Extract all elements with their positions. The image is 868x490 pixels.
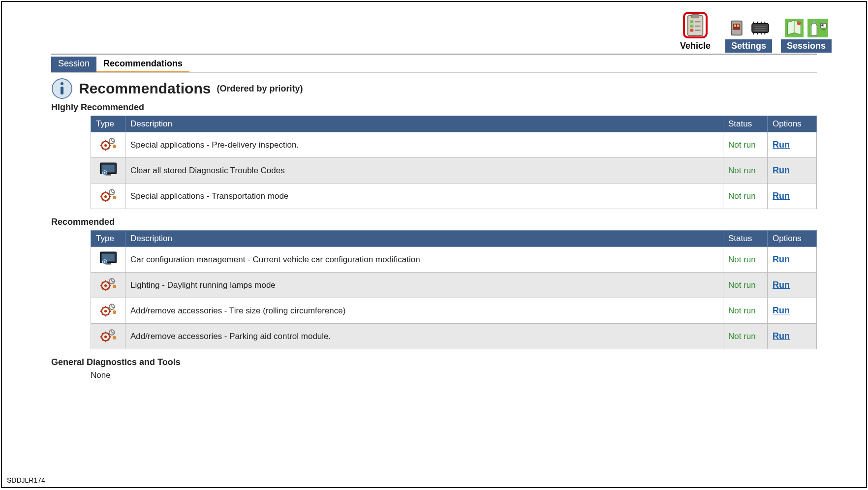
col-header-description: Description <box>125 231 723 247</box>
vehicle-clipboard-icon[interactable] <box>683 12 708 38</box>
top-toolbar: Vehicle Settings Sessions <box>22 12 846 53</box>
gears-icon <box>99 328 117 342</box>
gears-icon <box>99 276 117 291</box>
cell-options: Run <box>768 132 817 158</box>
col-header-type: Type <box>91 231 125 247</box>
cell-type <box>91 158 125 184</box>
subtab-session[interactable]: Session <box>51 57 96 72</box>
cell-description: Lighting - Daylight running lamps mode <box>125 273 723 298</box>
cell-options: Run <box>768 273 817 298</box>
run-link[interactable]: Run <box>773 331 790 341</box>
cell-status: Not run <box>723 298 768 324</box>
sessions-book-icon[interactable] <box>784 18 805 38</box>
cell-type <box>91 298 125 324</box>
cell-status: Not run <box>723 158 768 184</box>
subtab-recommendations[interactable]: Recommendations <box>96 57 189 72</box>
tab-settings[interactable]: Settings <box>725 39 772 53</box>
col-header-description: Description <box>125 116 723 132</box>
cell-status: Not run <box>723 247 768 273</box>
table-row: Clear all stored Diagnostic Trouble Code… <box>91 158 817 184</box>
cell-status: Not run <box>723 324 768 349</box>
cell-status: Not run <box>723 273 768 298</box>
cell-description: Car configuration management - Current v… <box>125 247 723 273</box>
table-row: Lighting - Daylight running lamps modeNo… <box>91 273 817 298</box>
col-header-type: Type <box>91 116 125 132</box>
sessions-spray-icon[interactable] <box>807 18 828 38</box>
section-heading-general: General Diagnostics and Tools <box>51 357 817 368</box>
page-heading: Recommendations (Ordered by priority) <box>51 78 817 99</box>
table-row: Add/remove accessories - Tire size (roll… <box>91 298 817 324</box>
cell-description: Clear all stored Diagnostic Trouble Code… <box>125 158 723 184</box>
tab-sessions[interactable]: Sessions <box>781 39 832 53</box>
section-heading-recommended: Recommended <box>51 217 817 227</box>
cell-description: Special applications - Transportation mo… <box>125 184 723 209</box>
col-header-status: Status <box>723 231 768 247</box>
table-row: Special applications - Pre-delivery insp… <box>91 132 817 158</box>
settings-watch-icon[interactable] <box>726 18 747 38</box>
monitor-icon <box>99 251 117 266</box>
cell-type <box>91 273 125 298</box>
run-link[interactable]: Run <box>773 306 790 315</box>
info-icon <box>51 78 73 99</box>
page-title: Recommendations <box>79 80 211 97</box>
page-subtitle: (Ordered by priority) <box>217 84 303 94</box>
col-header-options: Options <box>768 231 817 247</box>
cell-type <box>91 184 125 209</box>
table-row: Car configuration management - Current v… <box>91 247 817 273</box>
toolbar-divider <box>51 54 817 55</box>
cell-type <box>91 132 125 158</box>
cell-type <box>91 324 125 349</box>
gears-icon <box>99 187 117 202</box>
table-row: Add/remove accessories - Parking aid con… <box>91 324 817 349</box>
section-heading-highly: Highly Recommended <box>51 102 817 113</box>
general-none-text: None <box>91 370 817 380</box>
table-recommended: Type Description Status Options Car conf… <box>91 230 817 349</box>
cell-options: Run <box>768 184 817 209</box>
col-header-status: Status <box>723 116 768 132</box>
col-header-options: Options <box>768 116 817 132</box>
gears-icon <box>99 136 117 151</box>
cell-description: Add/remove accessories - Tire size (roll… <box>125 298 723 324</box>
cell-type <box>91 247 125 273</box>
sub-tab-bar: Session Recommendations <box>51 57 817 73</box>
cell-options: Run <box>768 298 817 324</box>
run-link[interactable]: Run <box>773 254 790 264</box>
cell-description: Special applications - Pre-delivery insp… <box>125 132 723 158</box>
cell-options: Run <box>768 324 817 349</box>
run-link[interactable]: Run <box>773 280 790 290</box>
cell-status: Not run <box>723 132 768 158</box>
cell-options: Run <box>768 247 817 273</box>
cell-status: Not run <box>723 184 768 209</box>
cell-description: Add/remove accessories - Parking aid con… <box>125 324 723 349</box>
cell-options: Run <box>768 158 817 184</box>
run-link[interactable]: Run <box>773 165 790 175</box>
table-row: Special applications - Transportation mo… <box>91 184 817 209</box>
run-link[interactable]: Run <box>773 191 790 201</box>
settings-ecu-icon[interactable] <box>750 18 771 38</box>
monitor-icon <box>99 162 117 177</box>
table-highly-recommended: Type Description Status Options Special … <box>91 116 817 209</box>
gears-icon <box>99 302 117 317</box>
footer-code: SDDJLR174 <box>7 476 45 484</box>
tab-vehicle[interactable]: Vehicle <box>674 39 716 53</box>
run-link[interactable]: Run <box>773 140 790 150</box>
